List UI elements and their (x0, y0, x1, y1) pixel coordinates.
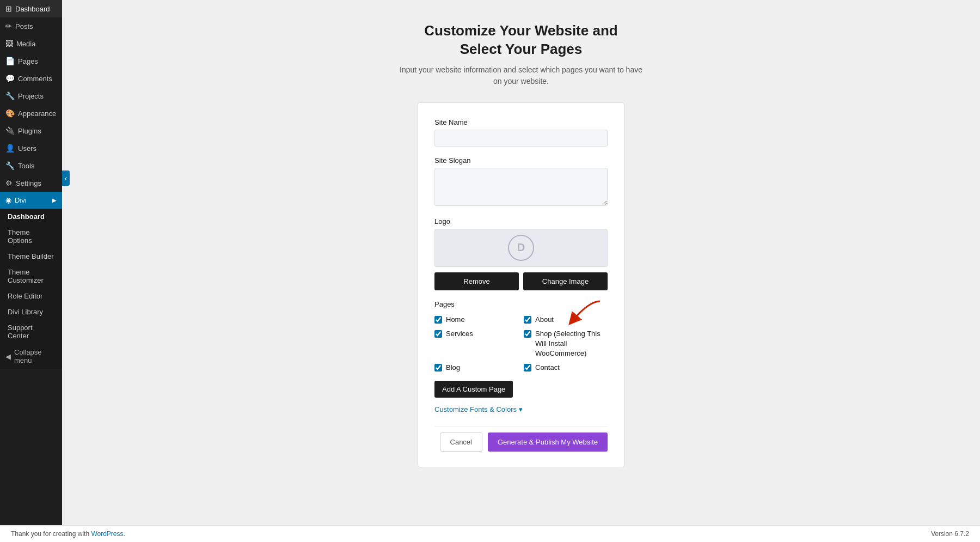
collapse-icon: ◀ (5, 352, 11, 361)
dropdown-arrow-icon: ▾ (519, 405, 523, 413)
about-checkbox[interactable] (524, 316, 531, 324)
customize-fonts-link[interactable]: Customize Fonts & Colors ▾ (434, 405, 523, 413)
contact-label[interactable]: Contact (535, 363, 560, 373)
divi-icon: ◉ (5, 196, 11, 204)
site-name-input[interactable] (434, 130, 608, 147)
pages-icon: 📄 (5, 57, 15, 65)
dashboard-icon: ⊞ (5, 4, 12, 13)
settings-icon: ⚙ (5, 179, 13, 187)
site-name-group: Site Name (434, 118, 608, 147)
divi-submenu-dashboard[interactable]: Dashboard (0, 209, 62, 224)
sidebar-item-pages[interactable]: 📄 Pages (0, 52, 62, 70)
collapse-label: Collapse menu (14, 348, 57, 364)
main-content: Customize Your Website and Select Your P… (62, 0, 980, 542)
customize-fonts-label: Customize Fonts & Colors (434, 405, 517, 413)
blog-label[interactable]: Blog (446, 363, 460, 373)
divi-submenu-theme-options[interactable]: Theme Options (0, 224, 62, 248)
divi-submenu-support-center[interactable]: Support Center (0, 320, 62, 344)
shop-label[interactable]: Shop (Selecting This Will Install WooCom… (535, 329, 608, 359)
page-checkbox-blog: Blog (434, 363, 518, 373)
pages-label: Pages (434, 300, 608, 308)
sidebar-item-users[interactable]: 👤 Users (0, 139, 62, 157)
sidebar-collapse-arrow[interactable] (62, 170, 70, 186)
logo-buttons: Remove Change Image (434, 272, 608, 290)
divi-submenu-theme-builder[interactable]: Theme Builder (0, 248, 62, 264)
page-subtitle: Input your website information and selec… (400, 64, 642, 87)
logo-group: Logo D Remove Change Image (434, 217, 608, 290)
site-slogan-label: Site Slogan (434, 156, 608, 165)
sidebar-label: Plugins (18, 127, 41, 135)
sidebar-item-projects[interactable]: 🔧 Projects (0, 87, 62, 105)
sidebar-item-divi[interactable]: ◉ Divi ▶ (0, 192, 62, 209)
version-text: Version 6.7.2 (931, 530, 969, 538)
collapse-menu-button[interactable]: ◀ Collapse menu (0, 344, 62, 369)
sidebar-label: Dashboard (15, 5, 50, 13)
contact-checkbox[interactable] (524, 364, 531, 372)
services-checkbox[interactable] (434, 330, 442, 338)
sidebar-label: Settings (16, 179, 41, 187)
wp-footer: Thank you for creating with WordPress. V… (0, 525, 980, 542)
sidebar-label: Comments (18, 75, 52, 83)
tools-icon: 🔧 (5, 161, 15, 170)
sidebar-item-appearance[interactable]: 🎨 Appearance (0, 105, 62, 122)
shop-checkbox[interactable] (524, 330, 531, 338)
card-footer: Cancel Generate & Publish My Website (434, 427, 608, 452)
sidebar: ⊞ Dashboard ✏ Posts 🖼 Media 📄 Pages 💬 Co… (0, 0, 62, 542)
site-slogan-group: Site Slogan (434, 156, 608, 208)
cancel-button[interactable]: Cancel (440, 433, 482, 452)
page-checkbox-contact: Contact (524, 363, 608, 373)
sidebar-label: Projects (18, 92, 44, 100)
footer-text: Thank you for creating with WordPress. (11, 530, 125, 538)
logo-label: Logo (434, 217, 608, 226)
page-checkbox-home: Home (434, 315, 518, 325)
sidebar-label: Tools (18, 162, 34, 170)
sidebar-label: Pages (18, 57, 38, 65)
remove-logo-button[interactable]: Remove (434, 272, 519, 290)
sidebar-label: Media (16, 40, 35, 48)
page-checkbox-services: Services (434, 329, 518, 359)
sidebar-label: Posts (15, 22, 33, 31)
projects-icon: 🔧 (5, 92, 15, 100)
wordpress-link[interactable]: WordPress (91, 530, 123, 538)
home-label[interactable]: Home (446, 315, 465, 325)
about-label[interactable]: About (535, 315, 554, 325)
sidebar-label: Appearance (18, 109, 56, 118)
setup-card: Site Name Site Slogan Logo D Remove Chan… (418, 102, 624, 467)
page-title: Customize Your Website and Select Your P… (424, 22, 617, 59)
divi-submenu-role-editor[interactable]: Role Editor (0, 288, 62, 304)
pages-grid: Home About (434, 315, 608, 373)
services-label[interactable]: Services (446, 329, 473, 339)
sidebar-item-settings[interactable]: ⚙ Settings (0, 174, 62, 192)
change-image-button[interactable]: Change Image (523, 272, 608, 290)
logo-d-circle: D (508, 235, 534, 261)
media-icon: 🖼 (5, 39, 13, 48)
divi-submenu-theme-customizer[interactable]: Theme Customizer (0, 264, 62, 288)
page-checkbox-shop: Shop (Selecting This Will Install WooCom… (524, 329, 608, 359)
add-custom-page-button[interactable]: Add A Custom Page (434, 381, 513, 398)
sidebar-item-posts[interactable]: ✏ Posts (0, 17, 62, 35)
sidebar-item-plugins[interactable]: 🔌 Plugins (0, 122, 62, 139)
plugins-icon: 🔌 (5, 126, 15, 135)
sidebar-item-media[interactable]: 🖼 Media (0, 35, 62, 52)
users-icon: 👤 (5, 144, 15, 153)
divi-submenu-divi-library[interactable]: Divi Library (0, 304, 62, 320)
sidebar-main: ⊞ Dashboard ✏ Posts 🖼 Media 📄 Pages 💬 Co… (0, 0, 62, 369)
site-slogan-input[interactable] (434, 168, 608, 206)
page-checkbox-about: About (524, 315, 608, 325)
blog-checkbox[interactable] (434, 364, 442, 372)
divi-header-left: ◉ Divi (5, 196, 27, 204)
sidebar-item-dashboard[interactable]: ⊞ Dashboard (0, 0, 62, 17)
generate-publish-button[interactable]: Generate & Publish My Website (488, 433, 608, 452)
sidebar-item-tools[interactable]: 🔧 Tools (0, 157, 62, 174)
appearance-icon: 🎨 (5, 109, 15, 118)
posts-icon: ✏ (5, 22, 12, 31)
comments-icon: 💬 (5, 74, 15, 83)
pages-section: Pages Home About (434, 300, 608, 427)
site-name-label: Site Name (434, 118, 608, 126)
home-checkbox[interactable] (434, 316, 442, 324)
sidebar-label: Users (18, 144, 36, 153)
sidebar-item-comments[interactable]: 💬 Comments (0, 70, 62, 87)
divi-submenu: Dashboard Theme Options Theme Builder Th… (0, 209, 62, 369)
divi-label: Divi (15, 196, 27, 204)
chevron-icon: ▶ (52, 197, 57, 203)
